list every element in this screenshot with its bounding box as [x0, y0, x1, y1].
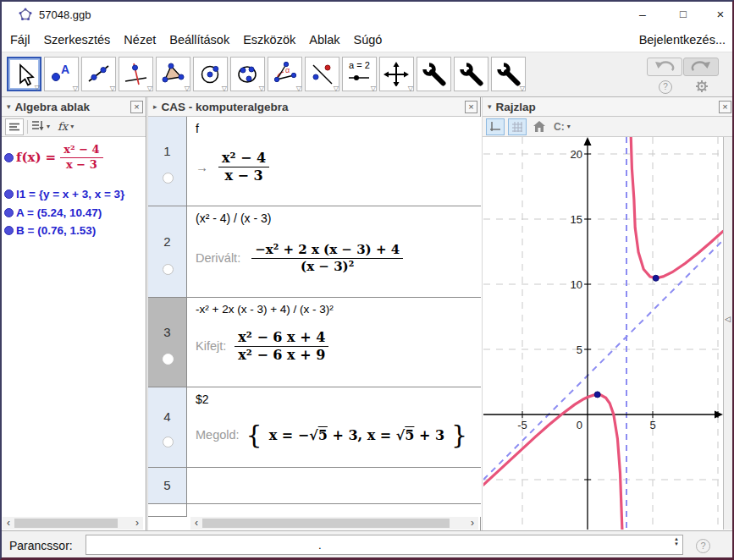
- move-graphics-view-tool[interactable]: ▽: [379, 57, 414, 91]
- slider-tool[interactable]: a = 2 ▽: [342, 57, 377, 91]
- close-button[interactable]: ×: [704, 2, 734, 27]
- tool-dropdown-icon[interactable]: ▽: [334, 85, 339, 92]
- chevron-down-icon[interactable]: ▾: [567, 123, 571, 130]
- object-visibility-dot[interactable]: [4, 226, 14, 235]
- collapse-left-icon[interactable]: ◁: [725, 315, 731, 323]
- minimize-button[interactable]: –: [626, 2, 659, 27]
- scroll-left-icon[interactable]: ‹: [190, 518, 202, 529]
- algebra-item-B[interactable]: B = (0.76, 1.53): [4, 224, 96, 237]
- standard-view-home-icon[interactable]: [533, 121, 545, 132]
- algebra-horizontal-scrollbar[interactable]: ‹ ›: [3, 517, 143, 530]
- menu-fajl[interactable]: Fájl: [5, 33, 35, 47]
- menu-sugo[interactable]: Súgó: [349, 33, 388, 47]
- tool-dropdown-icon[interactable]: ▽: [259, 85, 264, 92]
- cas-horizontal-scrollbar[interactable]: ‹ ›: [190, 517, 478, 530]
- algebra-item-l1[interactable]: l1 = {y = x + 3, x = 3}: [4, 188, 124, 200]
- menu-szerkesztes[interactable]: Szerkesztés: [38, 33, 115, 47]
- object-visibility-dot[interactable]: [4, 153, 14, 162]
- chevron-down-icon[interactable]: ▾: [70, 123, 74, 130]
- tool-dropdown-icon[interactable]: ▽: [371, 85, 376, 92]
- angle-tool[interactable]: α ▽: [268, 57, 302, 91]
- custom-tool-1[interactable]: [417, 57, 451, 91]
- maximize-button[interactable]: □: [667, 2, 699, 27]
- cas-row-radio[interactable]: [163, 354, 174, 365]
- reflect-tool[interactable]: ▽: [305, 57, 339, 91]
- show-grid-icon[interactable]: [508, 118, 527, 135]
- fx-display-icon[interactable]: fx: [58, 120, 68, 133]
- menu-ablak[interactable]: Ablak: [304, 33, 345, 47]
- sign-in-button[interactable]: Bejelentkezés...: [639, 33, 726, 47]
- tool-dropdown-icon[interactable]: ▽: [296, 85, 301, 92]
- point-tool[interactable]: A ▽: [44, 57, 79, 91]
- cas-row-radio[interactable]: [163, 264, 174, 275]
- tool-dropdown-icon[interactable]: ▽: [520, 85, 525, 92]
- custom-tool-2[interactable]: [454, 57, 488, 91]
- command-history-spinner[interactable]: ▲ ▼: [674, 536, 679, 546]
- cas-row-number-1[interactable]: 1: [148, 117, 187, 206]
- custom-tool-3[interactable]: ▽: [491, 57, 526, 91]
- circle-tool[interactable]: ▽: [193, 57, 228, 91]
- command-input[interactable]: . ▲ ▼: [86, 535, 683, 555]
- cas-row-number-2[interactable]: 2: [148, 206, 187, 298]
- point-A[interactable]: [653, 275, 659, 281]
- tool-dropdown-icon[interactable]: ▽: [35, 84, 40, 91]
- scroll-right-icon[interactable]: ›: [466, 518, 478, 529]
- tool-dropdown-icon[interactable]: ▽: [147, 85, 152, 92]
- tool-dropdown-icon[interactable]: ▽: [222, 85, 227, 92]
- cas-row-number-3[interactable]: 3: [148, 298, 187, 387]
- command-help-button[interactable]: ?: [696, 539, 710, 553]
- cas-row-number-5[interactable]: 5: [148, 468, 187, 504]
- cas-row-radio[interactable]: [163, 173, 174, 184]
- close-panel-icon[interactable]: ×: [465, 101, 477, 113]
- polygon-tool[interactable]: ▽: [156, 57, 190, 91]
- oblique-asymptote-line[interactable]: [483, 240, 723, 480]
- menu-eszkozok[interactable]: Eszközök: [238, 33, 301, 47]
- function-curve[interactable]: [483, 137, 723, 530]
- tool-dropdown-icon[interactable]: ▽: [73, 85, 78, 92]
- tool-dropdown-icon[interactable]: ▽: [408, 85, 413, 92]
- menu-beallitasok[interactable]: Beállítások: [164, 33, 235, 47]
- close-panel-icon[interactable]: ×: [719, 101, 731, 113]
- cas-row-number-4[interactable]: 4: [148, 387, 187, 468]
- cas-row-radio[interactable]: [163, 436, 174, 447]
- object-visibility-dot[interactable]: [4, 208, 14, 217]
- graphics-panel-header: ▾ Rajzlap ×: [483, 97, 734, 117]
- sort-objects-icon[interactable]: [31, 119, 44, 135]
- scroll-left-icon[interactable]: ‹: [3, 518, 14, 529]
- auxiliary-objects-icon[interactable]: [5, 118, 24, 135]
- show-axes-icon[interactable]: [486, 118, 505, 135]
- tool-dropdown-icon[interactable]: ▽: [185, 85, 190, 92]
- chevron-down-icon[interactable]: ▾: [47, 123, 50, 130]
- graphics-canvas[interactable]: 20 15 10 5 -5 0 5: [483, 137, 723, 530]
- scroll-right-icon[interactable]: ›: [131, 518, 143, 529]
- cas-row-2[interactable]: (x² - 4) / (x - 3) Derivált: −x² + 2 x (…: [187, 206, 481, 298]
- collapse-icon[interactable]: ▾: [488, 102, 492, 111]
- cas-row-1[interactable]: f → x² − 4 x − 3: [187, 117, 481, 206]
- panel-collapse-strip[interactable]: ◁: [723, 137, 734, 530]
- move-tool[interactable]: ▽: [7, 57, 41, 91]
- tool-dropdown-icon[interactable]: ▽: [110, 85, 115, 92]
- object-visibility-dot[interactable]: [4, 189, 14, 199]
- collapse-icon[interactable]: ▾: [7, 102, 11, 111]
- scrollbar-thumb[interactable]: [202, 519, 450, 528]
- cas-row-5[interactable]: [187, 468, 481, 504]
- perpendicular-line-tool[interactable]: ▽: [119, 57, 153, 91]
- menu-nezet[interactable]: Nézet: [119, 33, 161, 47]
- close-panel-icon[interactable]: ×: [130, 101, 143, 113]
- settings-gear-icon[interactable]: [695, 80, 709, 96]
- conic-tool[interactable]: ▽: [230, 57, 265, 91]
- line-tool[interactable]: ▽: [81, 57, 116, 91]
- cas-output-4: Megold: { x = −√5 + 3, x = √5 + 3 }: [196, 422, 467, 447]
- collapse-icon[interactable]: ▸: [153, 102, 157, 111]
- redo-button[interactable]: [683, 58, 719, 76]
- undo-button[interactable]: [647, 58, 682, 76]
- algebra-item-A[interactable]: A = (5.24, 10.47): [4, 206, 102, 219]
- axes: [483, 137, 723, 530]
- algebra-item-f[interactable]: f(x) = x² − 4 x − 3: [4, 144, 103, 171]
- scrollbar-thumb[interactable]: [14, 519, 118, 528]
- point-capturing-icon[interactable]: C:: [554, 121, 565, 133]
- cas-row-4[interactable]: $2 Megold: { x = −√5 + 3, x = √5 + 3 }: [187, 387, 481, 468]
- cas-row-3[interactable]: -x² + 2x (x - 3) + 4) / (x - 3)² Kifejt:…: [187, 298, 481, 387]
- point-B[interactable]: [594, 392, 600, 398]
- help-button[interactable]: ?: [659, 80, 672, 94]
